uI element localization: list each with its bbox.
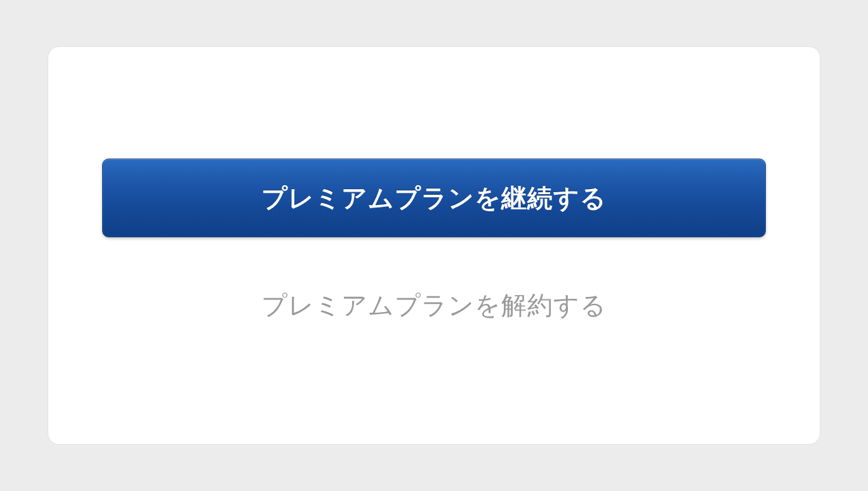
dialog-card: プレミアムプランを継続する プレミアムプランを解約する xyxy=(48,46,820,445)
continue-premium-button[interactable]: プレミアムプランを継続する xyxy=(102,159,766,237)
cancel-premium-link[interactable]: プレミアムプランを解約する xyxy=(261,288,607,323)
